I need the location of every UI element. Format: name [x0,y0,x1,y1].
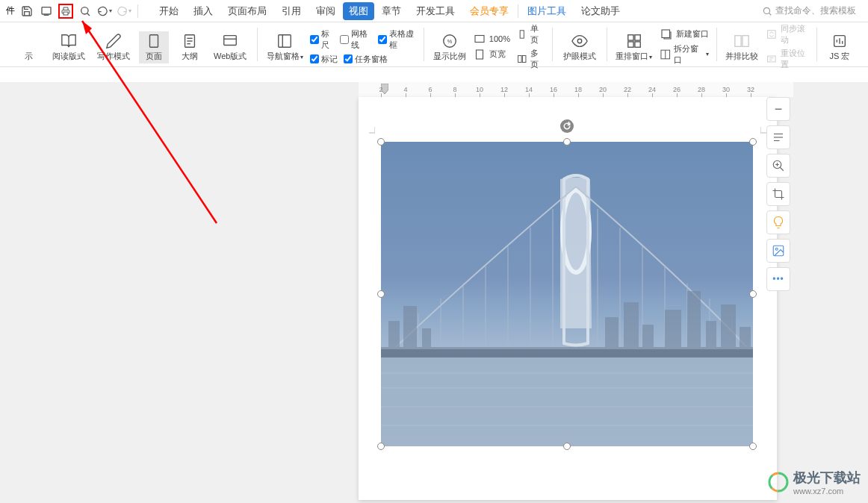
undo-icon[interactable]: ▾ [97,4,112,19]
svg-rect-57 [665,310,681,347]
resize-handle-tm[interactable] [563,138,571,146]
table-dashed-checkbox[interactable]: 表格虚框 [378,28,417,51]
print-icon[interactable] [58,4,73,19]
split-window-button[interactable]: 拆分窗口▾ [660,43,709,66]
ruler-number: 22 [624,86,631,93]
tab-start[interactable]: 开始 [152,1,186,21]
display-scale-button[interactable]: %显示比例 [432,31,467,63]
watermark-name: 极光下载站 [793,469,861,487]
ribbon-separator [424,28,424,61]
selected-image-frame[interactable] [381,142,753,446]
file-label[interactable]: 件 [6,4,15,17]
svg-point-3 [763,7,769,13]
search-box[interactable]: 查找命令、搜索模板 [756,4,862,17]
print-preview-icon[interactable] [78,4,93,19]
zoom-in-button[interactable] [766,154,790,178]
ribbon-separator [257,28,258,61]
tab-pic-tools[interactable]: 图片工具 [520,1,574,21]
multi-page-button[interactable]: 多页 [516,48,545,70]
tab-review[interactable]: 审阅 [309,1,343,21]
svg-rect-11 [279,34,291,47]
svg-point-75 [775,248,778,250]
save-icon[interactable] [19,4,34,19]
task-pane-checkbox[interactable]: 任务窗格 [344,54,388,65]
watermark-url: www.xz7.com [793,487,861,496]
ruler-number: 14 [525,86,533,93]
svg-rect-21 [628,34,633,40]
svg-rect-17 [520,30,524,37]
gridlines-checkbox[interactable]: 网格线 [340,28,371,51]
web-layout-button[interactable]: Web版式 [211,31,249,63]
ruler-number: 8 [453,86,456,93]
tab-view[interactable]: 视图 [343,2,374,20]
ruler-number: 20 [599,86,607,93]
right-side-panel: − ••• [766,97,793,291]
markup-checkbox[interactable]: 标记 [310,54,338,65]
tab-page-layout[interactable]: 页面布局 [220,1,274,21]
embedded-image[interactable] [381,142,753,446]
single-page-button[interactable]: 单页 [516,23,545,46]
zoom-100-button[interactable]: 100% [473,32,510,46]
resize-handle-mr[interactable] [749,290,757,298]
svg-rect-54 [605,317,619,347]
tab-chapter[interactable]: 章节 [374,1,409,21]
resize-handle-ml[interactable] [377,290,385,298]
side-by-side-button[interactable]: 并排比较 [725,31,760,63]
new-window-button[interactable]: 新建窗口 [660,28,709,41]
js-macro-button[interactable]: JS 宏 [825,31,855,63]
outline-button[interactable]: 大纲 [175,31,205,63]
resize-handle-tr[interactable] [749,138,757,146]
separator [137,4,138,18]
horizontal-ruler[interactable]: 2468101214161820222426283032 [359,82,793,97]
eye-protect-button[interactable]: 护眼模式 [560,31,599,63]
svg-rect-18 [518,55,522,62]
ribbon-separator [716,28,717,61]
tab-insert[interactable]: 插入 [186,1,220,21]
sync-scroll-button[interactable]: 同步滚动 [766,23,809,46]
tab-vip[interactable]: 会员专享 [462,1,516,21]
page-view-button[interactable]: 页面 [139,31,169,63]
svg-rect-29 [743,35,748,46]
nav-pane-button[interactable]: 导航窗格▾ [265,31,304,63]
svg-rect-51 [388,321,400,347]
format-panel-button[interactable] [766,125,790,149]
svg-rect-28 [735,35,741,46]
ruler-number: 28 [698,86,705,93]
tab-reference[interactable]: 引用 [274,1,309,21]
svg-rect-53 [422,328,431,347]
resize-handle-br[interactable] [749,443,757,450]
reset-position-button[interactable]: 重设位置 [766,48,809,70]
more-button[interactable]: ••• [766,267,790,291]
ruler-number: 18 [574,86,582,93]
minimize-panel-button[interactable]: − [766,97,790,121]
ruler-number: 12 [500,86,508,93]
preview-icon[interactable] [39,4,54,19]
show-button[interactable]: 示 [13,49,43,63]
ruler-number: 30 [722,86,730,93]
resize-handle-bm[interactable] [563,443,571,450]
rotate-handle-icon[interactable] [560,119,574,133]
ruler-number: 10 [476,86,483,93]
rearrange-window-button[interactable]: 重排窗口▾ [615,31,653,63]
ruler-number: 2 [379,86,382,93]
separator [518,4,518,18]
svg-rect-52 [403,306,417,347]
resize-handle-tl[interactable] [377,138,385,146]
ruler-number: 32 [747,86,754,93]
resize-handle-bl[interactable] [377,443,385,450]
read-mode-button[interactable]: 阅读版式 [49,31,88,63]
search-placeholder: 查找命令、搜索模板 [775,4,856,17]
svg-rect-19 [522,55,526,62]
document-page[interactable] [359,97,777,500]
redo-icon[interactable]: ▾ [117,4,131,19]
page-width-button[interactable]: 页宽 [473,48,510,61]
write-mode-button[interactable]: 写作模式 [94,31,133,63]
ruler-checkbox[interactable]: 标尺 [310,28,335,51]
svg-rect-4 [150,34,158,47]
search-icon [762,6,772,16]
idea-button[interactable] [766,210,790,234]
crop-button[interactable] [766,182,790,206]
style-button[interactable] [766,239,790,263]
tab-dev-tools[interactable]: 开发工具 [409,1,462,21]
tab-paper-helper[interactable]: 论文助手 [574,1,627,21]
